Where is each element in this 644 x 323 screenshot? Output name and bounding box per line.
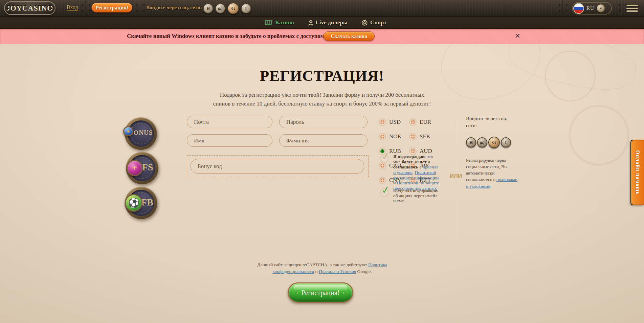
tab-casino[interactable]: Казино [265,19,294,26]
yandex-icon[interactable]: Я [466,137,476,147]
tab-label: Live дилеры [316,19,348,26]
text: Данный сайт защищен reCAPTCHA, а так же … [257,262,368,267]
currency-row: NOK SEK [379,129,436,144]
checkmark-icon: ✓ [381,184,391,195]
login-link[interactable]: Вход [67,4,78,11]
submit-registration-button[interactable]: ‹ Регистрация! › [288,282,353,303]
bold-text: Я подтверждаю [393,154,425,159]
online-help-tab[interactable]: Онлайн помощь [630,140,644,205]
tab-sport[interactable]: Спорт [362,19,386,26]
vertical-divider [456,116,456,172]
language-selector[interactable]: RU ▼ [572,2,612,15]
google-icon[interactable]: G [227,3,239,14]
checkbox-promo-checked[interactable]: ✓ [380,188,388,197]
text: Google. [356,269,372,274]
vertical-divider [456,183,456,241]
plus-orb-icon: + [123,126,133,136]
first-name-input[interactable] [187,134,272,147]
text: и [393,180,397,185]
top-bar: JOYCASINO Вход Регистрация! Войдите чере… [0,0,644,17]
google-icon[interactable]: G [488,137,500,148]
menu-bar [626,10,638,12]
menu-bar [626,5,638,6]
menu-bar [626,8,638,9]
text: с [418,164,423,169]
currency-option-nok[interactable]: NOK [379,133,409,140]
language-code: RU [586,5,594,11]
social-column-title: Войдите через соц. сети: [466,115,509,129]
slot-machine-icon [265,20,272,26]
chevron-down-icon[interactable]: ▼ [597,4,605,13]
social-login-column: Войдите через соц. сети: Я @ G f Регистр… [466,115,520,189]
header-social-icons: Я @ G f [203,3,251,14]
facebook-icon[interactable]: f [241,3,251,14]
page-subtitle: Подарок за регистрацию уже почти твой! З… [0,91,644,109]
or-label: ИЛИ [446,173,465,180]
submit-label: Регистрация! [302,289,340,297]
recaptcha-note: Данный сайт защищен reCAPTCHA, а так же … [254,261,390,275]
tab-live-dealers[interactable]: Live дилеры [308,19,348,26]
social-icons-row: Я @ G f [466,137,520,148]
nav-tabs: Казино Live дилеры Спорт [265,17,386,29]
yandex-icon[interactable]: Я [203,3,213,14]
logo-text: JOYCASINO [6,4,53,13]
social-note: Регистрируясь через социальные сети, Вы … [466,157,517,189]
page-title: РЕГИСТРАЦИЯ! [0,67,644,85]
currency-option-usd[interactable]: USD [379,118,409,126]
logo[interactable]: JOYCASINO [4,1,55,15]
tab-label: Спорт [370,19,386,26]
registration-page: РЕГИСТРАЦИЯ! Подарок за регистрацию уже … [0,44,644,323]
bonus-code-input[interactable] [191,159,364,174]
last-name-input[interactable] [279,134,368,147]
bold-text: соглашаюсь [393,164,418,169]
currency-option-sek[interactable]: SEK [409,133,430,140]
currency-label: EUR [420,119,431,125]
tab-label: Казино [275,19,294,26]
checkbox-age-checked[interactable]: ✓ [380,155,388,163]
banner-text: Скачайте новый Windows клиент казино и з… [127,33,324,40]
age-confirm-text: Я подтверждаю что мне более 18 лет и сог… [393,154,440,191]
email-input[interactable] [187,116,272,128]
social-login-prompt: Войдите через соц. сети: [146,5,202,10]
panel-seam [140,0,140,16]
mail-ru-icon[interactable]: @ [477,137,487,147]
radio-icon [379,133,386,140]
badge-free-spins: FS + [126,152,158,184]
badge-bonus: BONUS + [125,117,157,150]
register-button[interactable]: Регистрация! [91,3,132,13]
currency-label: USD [389,119,401,125]
radio-icon [409,118,417,126]
football-icon [362,20,368,26]
text: и [314,269,319,274]
menu-icon[interactable] [626,5,638,12]
currency-option-eur[interactable]: EUR [409,118,431,126]
person-icon [308,20,313,26]
mail-ru-icon[interactable]: @ [215,3,225,14]
paper-stain [569,105,629,166]
left-arrow-icon: ‹ [296,290,298,296]
badge-free-bet: FB ⚽ [125,187,157,219]
currency-label: RUB [389,148,401,155]
panel-seam [622,0,622,16]
password-input[interactable] [279,116,368,128]
currency-row: USD EUR [379,115,436,129]
panel-seam [562,0,563,16]
text: и [426,159,430,164]
download-casino-button[interactable]: Скачать казино [323,31,375,41]
football-orb-icon: ⚽ [125,194,142,212]
right-arrow-icon: › [343,290,345,296]
radio-icon [409,133,417,140]
promo-consent-text: Получать информацию об акциях через имей… [393,188,441,204]
close-icon[interactable]: ✕ [515,32,520,40]
subtitle-line: спинов в течение 10 дней, бесплатную ста… [0,99,644,108]
plus-orb-icon: + [127,160,143,176]
nav-bar: Казино Live дилеры Спорт [0,17,644,29]
download-banner: Скачайте новый Windows клиент казино и з… [0,29,644,44]
radio-icon [379,118,386,126]
checkmark-icon: ✓ [381,151,391,162]
currency-label: AUD [420,148,432,155]
promo-consent-row: ✓ Получать информацию об акциях через им… [380,188,441,204]
terms-link[interactable]: Правила и Условия [319,269,356,274]
facebook-icon[interactable]: f [501,137,511,147]
currency-label: NOK [389,133,402,140]
